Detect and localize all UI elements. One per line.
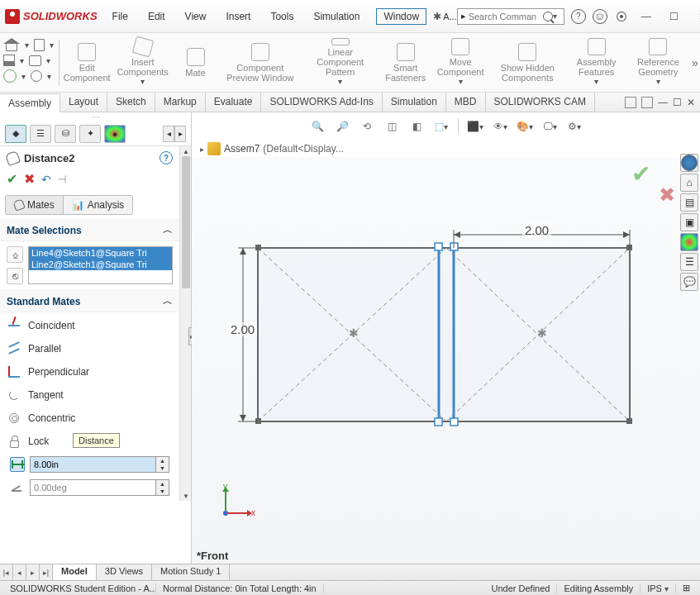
feature-manager-tab-icon[interactable]: ◆	[5, 125, 26, 143]
breadcrumb[interactable]: ▸ Assem7 (Default<Display...	[192, 140, 700, 157]
collapse-right-icon[interactable]	[641, 97, 653, 108]
window-close-icon[interactable]: ✕	[687, 97, 695, 108]
file-explorer-icon[interactable]: ▤	[680, 193, 698, 212]
config-manager-tab-icon[interactable]: ⛁	[55, 125, 76, 143]
window-restore-icon[interactable]: ☐	[673, 97, 682, 108]
status-extra-icon[interactable]: ⊞	[676, 583, 697, 593]
close-button[interactable]: ✕	[692, 9, 700, 24]
collapse-icon[interactable]: ︿	[163, 223, 173, 237]
tab-prev-icon[interactable]: ◂	[13, 564, 26, 580]
angle-input[interactable]	[31, 480, 155, 495]
rib-mate[interactable]: Mate	[173, 36, 219, 88]
bottom-tab-model[interactable]: Model	[53, 564, 97, 580]
panel-scrollbar[interactable]: ▲ ▼	[179, 146, 191, 501]
tab-last-icon[interactable]: ▸|	[40, 564, 53, 580]
edit-appearance-icon[interactable]: 🎨▾	[515, 117, 535, 136]
whatsnew-icon[interactable]: ⦿	[614, 9, 629, 24]
ok-button[interactable]: ✔	[7, 171, 17, 187]
tab-next-icon[interactable]: ▸	[26, 564, 40, 580]
minimize-button[interactable]: —	[636, 9, 657, 24]
breadcrumb-expand-icon[interactable]: ▸	[200, 145, 204, 154]
distance-spinbox[interactable]: ▲▼	[30, 456, 169, 473]
spin-up-icon[interactable]: ▲	[156, 480, 169, 488]
custom-props-icon[interactable]: ☰	[680, 253, 698, 271]
menu-view[interactable]: View	[182, 8, 210, 25]
dimension-vertical[interactable]: 2.00	[228, 322, 257, 336]
dimension-horizontal[interactable]: 2.00	[522, 223, 551, 237]
selection-list[interactable]: Line4@Sketch1@Square Tri Line2@Sketch1@S…	[28, 246, 173, 284]
mate-tangent[interactable]: Tangent	[5, 383, 174, 407]
home-dropdown-icon[interactable]: ▾	[25, 40, 29, 50]
multi-mate-icon[interactable]: ⎋	[7, 268, 23, 284]
confirm-sketch-icon[interactable]: ✔	[631, 160, 650, 188]
rib-smart-fasteners[interactable]: Smart Fasteners	[379, 36, 432, 88]
ribbon-overflow-icon[interactable]: »	[690, 36, 700, 88]
tab-sketch[interactable]: Sketch	[107, 93, 155, 112]
property-manager-tab-icon[interactable]: ☰	[30, 125, 51, 143]
tab-evaluate[interactable]: Evaluate	[206, 93, 262, 112]
mate-lock[interactable]: Lock Distance	[5, 430, 174, 453]
view-orientation-icon[interactable]: ⬚▾	[431, 117, 451, 136]
distance-input[interactable]	[31, 457, 155, 472]
spin-up-icon[interactable]: ▲	[156, 457, 169, 464]
cancel-sketch-icon[interactable]: ✖	[659, 183, 675, 207]
user-icon[interactable]: ☺	[593, 9, 607, 24]
mate-parallel[interactable]: Parallel	[5, 337, 174, 360]
scroll-down-icon[interactable]: ▼	[180, 491, 192, 501]
rib-component-preview[interactable]: Component Preview Window	[219, 36, 302, 88]
design-library-icon[interactable]: ⌂	[680, 174, 698, 192]
rebuild-icon[interactable]	[3, 69, 17, 83]
bottom-tab-motion[interactable]: Motion Study 1	[152, 564, 230, 580]
tab-simulation[interactable]: Simulation	[383, 93, 446, 112]
panel-prev-icon[interactable]: ◂	[163, 126, 174, 142]
tab-addins[interactable]: SOLIDWORKS Add-Ins	[261, 93, 382, 112]
dynamic-annotation-icon[interactable]: ◧	[407, 117, 426, 136]
save-icon[interactable]	[3, 55, 15, 66]
rib-show-hidden[interactable]: Show Hidden Components	[488, 36, 566, 88]
standard-mates-header[interactable]: Standard Mates ︿	[0, 289, 179, 312]
maximize-button[interactable]: ☐	[664, 9, 685, 24]
rib-reference-geometry[interactable]: Reference Geometry▾	[626, 36, 690, 88]
status-units[interactable]: IPS ▾	[640, 583, 676, 593]
menu-overflow-icon[interactable]: ✱	[433, 11, 441, 22]
tab-assembly[interactable]: Assembly	[0, 93, 60, 112]
tab-markup[interactable]: Markup	[155, 93, 206, 112]
zoom-area-icon[interactable]: 🔎	[332, 117, 352, 136]
list-item[interactable]: Line2@Sketch1@Square Tri	[29, 259, 172, 270]
menu-window[interactable]: Window	[376, 8, 426, 25]
display-style-icon[interactable]: ⬛▾	[465, 117, 485, 136]
menu-edit[interactable]: Edit	[145, 8, 169, 25]
help-icon[interactable]: ?	[571, 9, 586, 24]
forum-icon[interactable]: 💬	[680, 273, 698, 291]
rib-move-component[interactable]: Move Component▾	[432, 36, 488, 88]
angle-spinbox[interactable]: ▲▼	[30, 479, 169, 496]
new-doc-icon[interactable]	[34, 39, 45, 51]
spin-down-icon[interactable]: ▼	[156, 464, 169, 472]
command-search[interactable]: ▸ ▾	[457, 8, 564, 25]
property-help-icon[interactable]: ?	[160, 151, 173, 164]
search-dropdown-icon[interactable]: ▾	[553, 12, 557, 21]
view-settings-icon[interactable]: ⚙▾	[564, 117, 584, 136]
home-icon[interactable]	[3, 38, 20, 51]
print-icon[interactable]	[29, 55, 41, 66]
solidworks-resources-icon[interactable]	[680, 154, 698, 172]
spin-down-icon[interactable]: ▼	[156, 488, 169, 495]
undo-button[interactable]: ↶	[41, 173, 51, 186]
analysis-tab[interactable]: 📊 Analysis	[64, 196, 133, 214]
entity-selection-icon[interactable]: ⎐	[7, 246, 23, 263]
menu-insert[interactable]: Insert	[222, 8, 254, 25]
cancel-button[interactable]: ✖	[24, 171, 35, 187]
view-palette-icon[interactable]: ▣	[680, 213, 698, 231]
prev-view-icon[interactable]: ⟲	[357, 117, 377, 136]
mates-tab[interactable]: Mates	[6, 196, 64, 214]
scrollbar-thumb[interactable]	[182, 156, 190, 288]
tab-mbd[interactable]: MBD	[446, 93, 486, 112]
mate-coincident[interactable]: Coincident	[5, 314, 174, 337]
list-item[interactable]: Line4@Sketch1@Square Tri	[29, 247, 172, 259]
display-manager-tab-icon[interactable]: ●	[104, 125, 126, 143]
collapse-left-icon[interactable]	[625, 97, 636, 108]
window-minimize-icon[interactable]: —	[658, 97, 668, 108]
mate-concentric[interactable]: Concentric	[5, 407, 174, 430]
search-input[interactable]	[469, 12, 543, 21]
angle-icon[interactable]	[10, 480, 25, 495]
